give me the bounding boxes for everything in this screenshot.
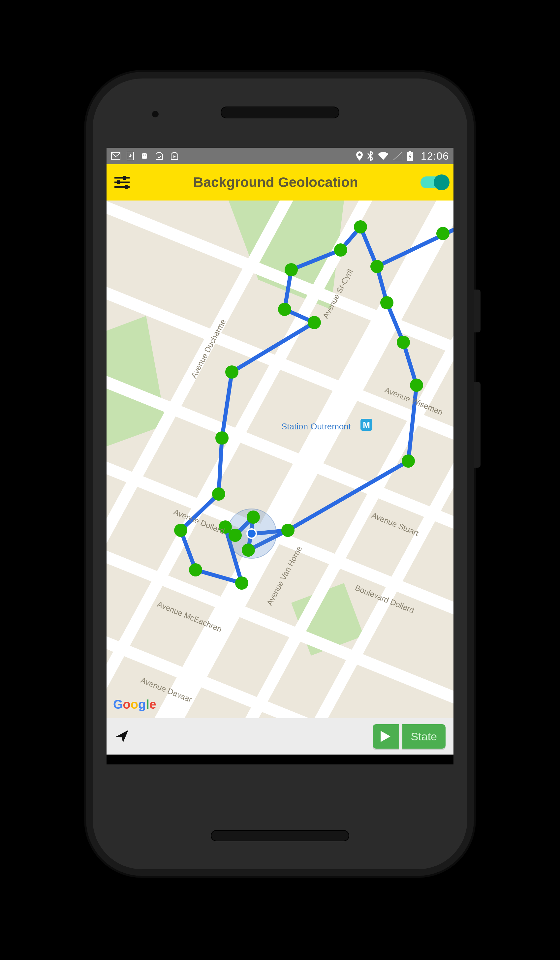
wifi-icon [378,152,389,160]
svg-point-33 [380,296,394,309]
svg-point-36 [402,454,415,468]
screen: 12:06 Background Geolocation [107,148,453,765]
phone-frame: 12:06 Background Geolocation [86,72,474,876]
svg-point-31 [354,220,367,234]
battery-charging-icon [407,151,413,161]
map-base-svg [107,200,453,718]
svg-point-51 [281,524,294,537]
svg-point-6 [358,154,361,156]
bottom-speaker [211,830,349,841]
svg-point-49 [247,510,260,524]
svg-point-46 [189,563,202,576]
metro-icon: M [360,419,372,431]
svg-point-48 [229,529,242,542]
svg-point-41 [225,365,238,379]
mail-icon [111,152,120,160]
svg-rect-8 [409,151,411,152]
svg-point-45 [174,524,187,537]
power-button [474,290,480,333]
bottom-toolbar: State [107,718,453,755]
svg-rect-14 [125,185,128,189]
front-camera [152,111,158,117]
svg-point-40 [308,316,321,329]
svg-point-50 [242,544,255,557]
app-bar: Background Geolocation [107,164,453,200]
svg-point-2 [143,155,144,156]
adb-icon [140,152,149,160]
app-title: Background Geolocation [138,174,414,190]
svg-rect-13 [117,181,120,184]
svg-point-39 [278,303,291,316]
svg-rect-12 [123,176,126,180]
location-icon [356,151,363,161]
svg-point-37 [334,243,347,257]
status-bar: 12:06 [107,148,453,164]
cell-signal-icon [393,152,402,160]
google-attribution: Google [113,698,156,712]
svg-point-35 [410,379,423,392]
volume-button [474,382,480,468]
state-button-label: State [411,730,437,743]
settings-sliders-icon[interactable] [113,174,131,190]
svg-point-34 [397,336,410,349]
svg-point-52 [436,227,450,240]
android-nav-bar [107,755,453,765]
svg-point-38 [285,263,298,276]
state-button[interactable]: State [402,724,446,749]
playstore-icon [170,152,179,160]
svg-point-3 [145,155,146,156]
map-canvas[interactable]: Avenue Ducharme Avenue St-Cyril Avenue W… [107,200,453,718]
earpiece-speaker [221,107,339,118]
playstore-update-icon [155,152,164,160]
svg-point-47 [235,576,248,590]
clock: 12:06 [421,150,449,162]
transit-station-label: Station Outremont [281,421,351,432]
svg-point-32 [370,260,384,273]
svg-point-42 [215,431,229,445]
svg-point-30 [247,529,256,538]
svg-point-43 [212,487,225,501]
tracking-toggle[interactable] [421,176,447,188]
download-icon [126,152,134,160]
bluetooth-icon [367,151,373,161]
locate-me-button[interactable] [114,729,130,744]
play-button[interactable] [373,724,399,749]
